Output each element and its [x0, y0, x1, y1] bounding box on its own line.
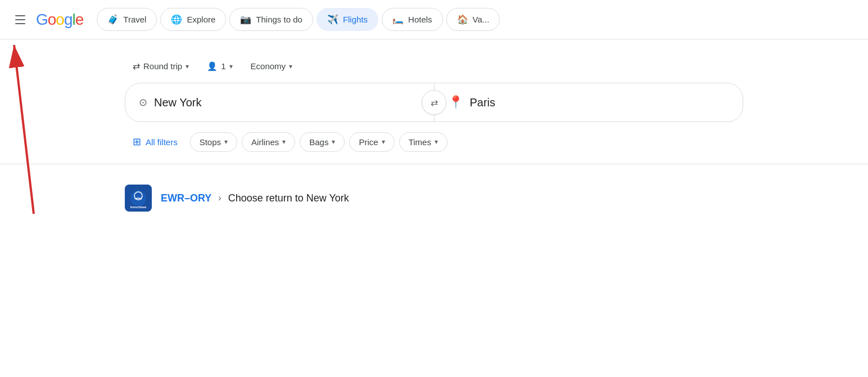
- nav-tab-travel[interactable]: 🧳 Travel: [97, 8, 157, 31]
- origin-dot-icon: ⊙: [139, 96, 147, 109]
- hamburger-line-3: [15, 23, 25, 24]
- swap-airports-button[interactable]: ⇄: [422, 90, 446, 115]
- bags-label: Bags: [309, 137, 328, 147]
- vacations-icon: 🏠: [457, 14, 468, 25]
- nav-tab-vacations-label: Va...: [473, 15, 490, 24]
- stops-label: Stops: [200, 137, 221, 147]
- hamburger-line-2: [15, 19, 25, 20]
- destination-field[interactable]: 📍: [435, 83, 743, 122]
- logo-g: g: [64, 11, 73, 29]
- hamburger-menu-button[interactable]: [9, 8, 31, 31]
- nav-tab-things-to-do[interactable]: 📷 Things to do: [229, 8, 313, 31]
- passengers-button[interactable]: 👤 1 ▾: [199, 57, 240, 76]
- main-content: ⇄ Round trip ▾ 👤 1 ▾ Economy ▾ ⊙: [0, 39, 868, 218]
- trip-type-button[interactable]: ⇄ Round trip ▾: [125, 56, 197, 76]
- airlines-label: Airlines: [251, 137, 279, 147]
- passengers-count: 1: [221, 61, 225, 71]
- times-label: Times: [409, 137, 431, 147]
- nav-tab-hotels-label: Hotels: [408, 15, 432, 24]
- cabin-class-chevron-icon: ▾: [289, 62, 292, 70]
- travel-icon: 🧳: [107, 14, 119, 25]
- times-chevron-icon: ▾: [435, 138, 438, 146]
- logo-G: G: [36, 11, 48, 29]
- filters-icon: ⊞: [133, 136, 141, 148]
- logo-o1: o: [48, 11, 56, 29]
- filters-row: ⊞ All filters Stops ▾ Airlines ▾ Bags ▾ …: [125, 131, 743, 152]
- times-filter-button[interactable]: Times ▾: [399, 132, 447, 152]
- airlines-chevron-icon: ▾: [282, 138, 286, 146]
- flights-icon: ✈️: [327, 14, 338, 25]
- search-controls: ⇄ Round trip ▾ 👤 1 ▾ Economy ▾ ⊙: [125, 56, 743, 152]
- route-info: EWR–ORY › Choose return to New York: [161, 192, 349, 204]
- trip-type-chevron-icon: ▾: [186, 62, 189, 70]
- route-row: frenchbee EWR–ORY › Choose return to New…: [125, 178, 743, 218]
- route-description: Choose return to New York: [228, 192, 349, 204]
- hotels-icon: 🛏️: [392, 14, 404, 25]
- stops-filter-button[interactable]: Stops ▾: [190, 132, 237, 152]
- route-code: EWR–ORY: [161, 192, 211, 204]
- header: Google 🧳 Travel 🌐 Explore 📷 Things to do…: [0, 0, 868, 39]
- nav-tab-explore[interactable]: 🌐 Explore: [160, 8, 226, 31]
- explore-icon: 🌐: [171, 14, 182, 25]
- round-trip-icon: ⇄: [133, 61, 140, 71]
- cabin-class-label: Economy: [251, 61, 286, 71]
- cabin-class-button[interactable]: Economy ▾: [243, 57, 301, 75]
- trip-type-label: Round trip: [143, 61, 182, 71]
- nav-tabs: 🧳 Travel 🌐 Explore 📷 Things to do ✈️ Fli…: [97, 8, 500, 31]
- price-chevron-icon: ▾: [382, 138, 385, 146]
- search-inputs-row: ⊙ ⇄ 📍: [125, 83, 743, 122]
- logo-o2: o: [56, 11, 64, 29]
- hamburger-line-1: [15, 15, 25, 16]
- price-filter-button[interactable]: Price ▾: [349, 132, 394, 152]
- logo-e: e: [75, 11, 84, 29]
- route-arrow-icon: ›: [218, 193, 221, 203]
- airline-logo: frenchbee: [125, 185, 152, 212]
- svg-text:frenchbee: frenchbee: [130, 205, 147, 209]
- origin-input[interactable]: [154, 96, 421, 109]
- results-section: frenchbee EWR–ORY › Choose return to New…: [125, 164, 743, 218]
- all-filters-label: All filters: [146, 137, 178, 147]
- stops-chevron-icon: ▾: [224, 138, 228, 146]
- nav-tab-things-to-do-label: Things to do: [256, 15, 302, 24]
- all-filters-button[interactable]: ⊞ All filters: [125, 131, 186, 152]
- search-options-row: ⇄ Round trip ▾ 👤 1 ▾ Economy ▾: [125, 56, 743, 76]
- nav-tab-vacations[interactable]: 🏠 Va...: [446, 8, 500, 31]
- swap-icon: ⇄: [431, 97, 438, 108]
- price-label: Price: [359, 137, 378, 147]
- destination-pin-icon: 📍: [448, 95, 463, 110]
- airlines-filter-button[interactable]: Airlines ▾: [242, 132, 295, 152]
- frenchbee-logo-svg: frenchbee: [125, 185, 152, 212]
- passengers-chevron-icon: ▾: [229, 62, 233, 70]
- passengers-icon: 👤: [207, 61, 218, 71]
- nav-tab-flights[interactable]: ✈️ Flights: [317, 8, 378, 31]
- origin-field[interactable]: ⊙: [125, 83, 435, 122]
- bags-filter-button[interactable]: Bags ▾: [300, 132, 345, 152]
- google-logo[interactable]: Google: [36, 11, 83, 29]
- nav-tab-hotels[interactable]: 🛏️ Hotels: [382, 8, 443, 31]
- nav-tab-travel-label: Travel: [123, 15, 146, 24]
- nav-tab-explore-label: Explore: [187, 15, 215, 24]
- bags-chevron-icon: ▾: [332, 138, 335, 146]
- nav-tab-flights-label: Flights: [343, 15, 368, 24]
- destination-input[interactable]: [470, 96, 730, 109]
- things-to-do-icon: 📷: [240, 14, 251, 25]
